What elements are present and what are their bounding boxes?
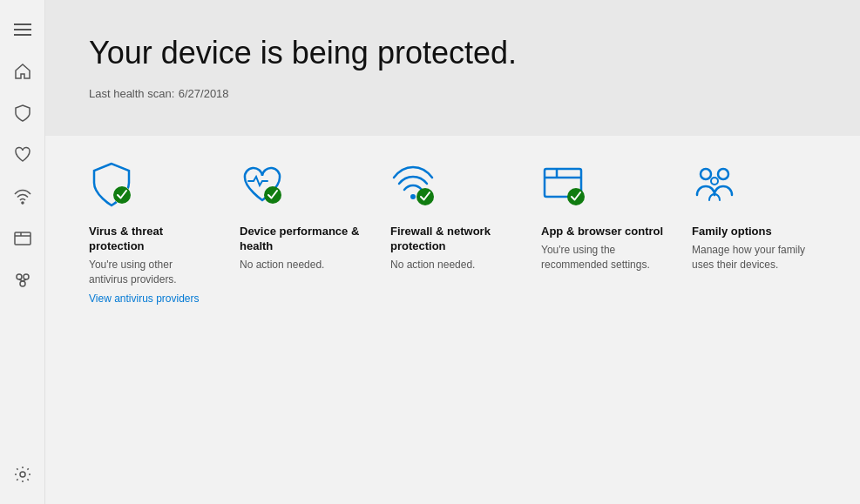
wifi-check-icon xyxy=(390,162,436,207)
sidebar-item-family[interactable] xyxy=(0,259,45,301)
card-performance-title: Device performance & health xyxy=(240,225,364,254)
card-virus: Virus & threat protection You're using o… xyxy=(89,162,213,478)
svg-point-8 xyxy=(24,274,29,279)
svg-rect-1 xyxy=(14,29,31,30)
sidebar-item-home[interactable] xyxy=(0,50,45,92)
family-icon xyxy=(14,272,31,289)
card-family-title: Family options xyxy=(692,225,816,239)
svg-line-11 xyxy=(23,279,26,281)
svg-point-22 xyxy=(701,169,711,179)
home-icon xyxy=(14,63,31,80)
sidebar-item-browser[interactable] xyxy=(0,218,45,259)
card-firewall-title: Firewall & network protection xyxy=(390,225,515,254)
svg-rect-0 xyxy=(14,24,31,25)
card-virus-title: Virus & threat protection xyxy=(89,225,213,254)
shield-icon xyxy=(14,104,31,122)
sidebar-item-health[interactable] xyxy=(0,134,45,176)
gear-icon xyxy=(14,466,31,483)
svg-point-23 xyxy=(718,169,728,179)
menu-icon xyxy=(14,21,31,38)
cards-section: Virus & threat protection You're using o… xyxy=(45,136,860,504)
card-firewall-desc: No action needed. xyxy=(390,258,515,272)
scan-date: 6/27/2018 xyxy=(179,87,229,100)
main-content: Your device is being protected. Last hea… xyxy=(45,0,860,504)
heart-icon xyxy=(14,146,31,164)
svg-line-10 xyxy=(19,279,23,281)
card-performance: Device performance & health No action ne… xyxy=(240,162,364,478)
family-people-icon xyxy=(692,162,737,207)
svg-point-3 xyxy=(22,202,24,204)
card-family-desc: Manage how your family uses their device… xyxy=(692,243,816,272)
wifi-icon xyxy=(14,188,31,205)
card-family: Family options Manage how your family us… xyxy=(692,162,816,478)
card-browser-icon xyxy=(541,162,593,214)
browser-check-icon xyxy=(541,162,586,207)
sidebar-item-menu[interactable] xyxy=(0,9,45,50)
sidebar-item-settings[interactable] xyxy=(0,454,45,495)
card-performance-icon xyxy=(240,162,292,214)
sidebar xyxy=(0,0,45,504)
card-browser-title: App & browser control xyxy=(541,225,666,239)
sidebar-item-shield[interactable] xyxy=(0,92,45,134)
card-family-icon xyxy=(692,162,744,214)
browser-icon xyxy=(14,230,31,247)
sidebar-item-network[interactable] xyxy=(0,176,45,218)
card-performance-desc: No action needed. xyxy=(240,258,364,272)
scan-label: Last health scan: xyxy=(89,87,174,100)
svg-point-7 xyxy=(17,274,22,279)
svg-point-24 xyxy=(711,178,718,185)
svg-point-16 xyxy=(410,194,416,199)
shield-check-icon xyxy=(89,162,134,207)
card-virus-icon xyxy=(89,162,141,214)
hero-title: Your device is being protected. xyxy=(89,35,816,71)
svg-point-12 xyxy=(20,472,25,477)
hero-scan-info: Last health scan: 6/27/2018 xyxy=(89,85,816,101)
hero-section: Your device is being protected. Last hea… xyxy=(45,0,860,136)
card-browser: App & browser control You're using the r… xyxy=(541,162,666,478)
svg-point-9 xyxy=(20,281,25,286)
card-firewall-icon xyxy=(390,162,443,214)
heart-check-icon xyxy=(240,162,285,207)
card-firewall: Firewall & network protection No action … xyxy=(390,162,515,478)
svg-rect-2 xyxy=(14,34,31,36)
card-virus-link[interactable]: View antivirus providers xyxy=(89,292,213,306)
svg-rect-4 xyxy=(15,232,30,245)
card-virus-desc: You're using other antivirus providers. xyxy=(89,258,213,287)
card-browser-desc: You're using the recommended settings. xyxy=(541,243,666,272)
